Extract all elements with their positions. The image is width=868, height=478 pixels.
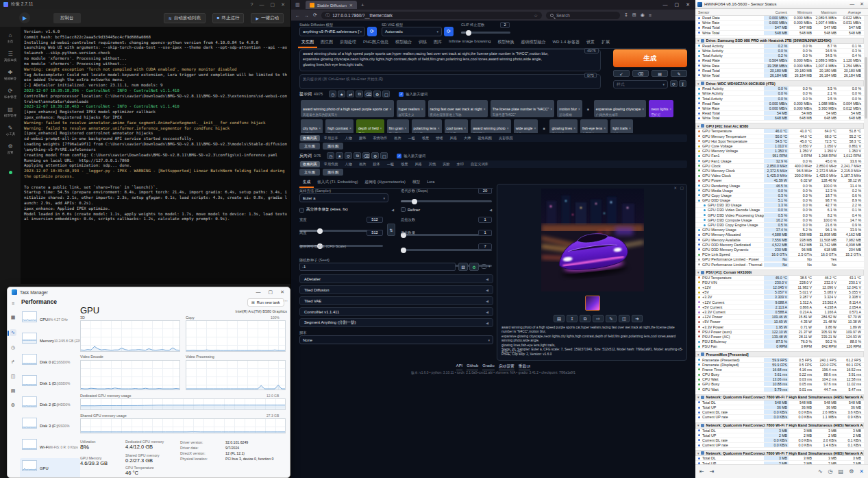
remove-tag-icon[interactable]: × — [629, 126, 631, 130]
remove-tag-icon[interactable]: × — [349, 126, 351, 130]
model-refresh-icon[interactable]: ⟳ — [367, 27, 377, 36]
output-action-button[interactable]: ⧉ — [580, 315, 591, 322]
console-output[interactable]: Version: v1.6.0Commit hash: bcf51acc822c… — [21, 27, 290, 284]
main-tab[interactable]: 图库 — [430, 38, 445, 48]
account-icon[interactable]: ◉ — [641, 12, 645, 18]
settings-tab[interactable]: 嵌入式 (T.I. Embedding) — [314, 178, 361, 188]
sensor-group-header[interactable]: ▾Network: Qualcomm FastConnect 7800 Wi-F… — [695, 422, 864, 429]
sensor-row[interactable]: Total DL3 MB3 MB3 MB3 MB — [695, 456, 864, 461]
remove-tag-icon[interactable]: × — [573, 126, 575, 130]
height-value[interactable]: 512 — [367, 230, 383, 236]
negative-prompt-textarea[interactable]: 反向提示词 (按 Ctrl+Enter 或 Alt+Enter 开始生成) — [299, 74, 601, 89]
sensor-row[interactable]: Current DL rate0.0 KB/s0.0 KB/s2.6 MB/s3… — [695, 410, 864, 415]
tm-rail-icon[interactable]: ▤ — [11, 388, 16, 394]
reuse-seed-icon[interactable]: ♻ — [469, 263, 479, 271]
sensor-row[interactable]: PSU Power (AC)139.48 W28.11 W339.21 W124… — [695, 335, 864, 339]
console-tab[interactable]: 控制台 — [53, 13, 81, 23]
close-icon[interactable]: ✕ — [686, 2, 690, 8]
sensor-row[interactable]: PSU Efficiency87.5 %76.0 %90.2 %88.0 % — [695, 339, 864, 344]
prompt-tag[interactable]: glowing lines×发光线条 — [549, 119, 578, 134]
sensor-row[interactable]: Frame Time16.68 ms4.16 ms196.4 ms16.52 m… — [695, 368, 864, 372]
sensor-row[interactable]: CPU Busy3.61 ms0.22 ms88.6 ms3.91 ms — [695, 372, 864, 377]
sensor-row[interactable]: GPU Memory Available7,556 MB338 MB11,508… — [695, 238, 864, 243]
gpu-video-processing-chart[interactable] — [186, 360, 286, 390]
sensor-row[interactable]: Write Total648 MB648 MB648 MB648 MB — [695, 116, 864, 121]
category-tab[interactable]: 人物 — [343, 135, 355, 141]
sensor-row[interactable]: GPU Clock2,850.0 MHz400.0 MHz2,850.0 MHz… — [695, 164, 864, 169]
sensor-row[interactable]: GPU D3D Memory Dynamic230 MB96 MB618 MB2… — [695, 248, 864, 252]
site-info-icon[interactable]: ⓘ — [325, 12, 330, 19]
category-tab[interactable]: 风格 — [447, 135, 460, 141]
aio-tool-icon[interactable]: ⌫ — [362, 152, 370, 159]
hires-fix-checkbox[interactable] — [299, 208, 304, 213]
tm-resource-card[interactable]: Disk 1 (D:)SSD0% — [20, 373, 80, 394]
category-tab[interactable]: 场景 — [398, 161, 410, 167]
sidebar-nav-item[interactable]: ⌂主页 — [3, 32, 17, 43]
extra-seed-checkbox[interactable] — [482, 264, 486, 269]
prompt-tag[interactable]: depth of field×景深 — [356, 119, 384, 134]
prompt-tag[interactable]: award winning photo×获奖照片 — [471, 119, 511, 134]
sensor-row[interactable]: PSU Power (sum)122.10 W21.37 W305.91 W10… — [695, 330, 864, 335]
category-tab[interactable]: 情绪 — [433, 135, 445, 141]
aio-tool-icon[interactable]: ⧉ — [356, 91, 363, 97]
collapse-triangle-icon[interactable]: ▾ — [697, 124, 699, 128]
footer-link[interactable]: 重载UI — [519, 363, 530, 370]
output-action-button[interactable]: ➔ — [632, 315, 643, 322]
gpu-copy-chart[interactable] — [186, 320, 286, 352]
sensor-row[interactable]: PCIe Link Speed16.0 GT/s2.5 GT/s16.0 GT/… — [695, 252, 864, 257]
search-box[interactable]: Search — [546, 12, 620, 19]
sensor-row[interactable]: GPU D3D Usage5.1 %0.0 %98.7 %8.9 % — [695, 198, 864, 203]
remove-tag-icon[interactable]: × — [319, 126, 321, 130]
batch-size-value[interactable]: 1 — [478, 230, 492, 236]
random-seed-icon[interactable]: ⚄ — [458, 263, 468, 271]
main-tab[interactable]: 图生图 — [317, 38, 336, 48]
tm-rail-icon[interactable]: ◫ — [11, 374, 16, 379]
launcher-action-button[interactable]: ■终止运行 — [212, 13, 245, 23]
sensor-group-header[interactable]: ▾PSU [#1]: Corsair HX1000i — [695, 270, 864, 276]
sensor-row[interactable]: +5V Power10.69 W4.35 W21.48 W10.38 W — [695, 320, 864, 324]
category-tab[interactable]: 常用负面 — [321, 161, 341, 167]
tm-rail-icon[interactable]: ⚙ — [11, 403, 15, 408]
settings-tab[interactable]: 超网络 (Hypernetworks) — [362, 178, 409, 188]
category-tab[interactable]: 自定义词库 — [468, 161, 491, 167]
sensor-row[interactable]: Write Total26,184 MB26,184 MB26,184 MB26… — [695, 73, 864, 78]
extension-accordion[interactable]: Segment Anything (分割一切)◀ — [299, 318, 493, 327]
sensor-row[interactable]: GPU Hot Spot Temperature54.5 °C45.0 °C72… — [695, 139, 864, 144]
tm-resource-card[interactable]: Disk 2 (E:)HDD0% — [20, 394, 80, 415]
main-tab[interactable]: 设置 — [583, 38, 598, 48]
extension-accordion[interactable]: Tiled VAE◀ — [299, 296, 493, 305]
gpu-video-decode-chart[interactable] — [80, 360, 180, 390]
sensor-row[interactable]: Read Activity0.2 %0.0 %8.7 %0.1 % — [695, 44, 864, 49]
prompt-tag[interactable]: award winning photo of a high speed purp… — [301, 100, 394, 117]
main-tab[interactable]: 模型转换 — [494, 38, 517, 48]
sensor-row[interactable]: GPU Memory Usage37.4 %5.2 %96.1 %33.9 % — [695, 228, 864, 232]
prompt-tag[interactable]: expansive glowing cityscape×广阔的发光城市 — [594, 100, 646, 117]
maximize-icon[interactable]: ▢ — [271, 2, 275, 8]
prompt-tag[interactable]: hyper realism×超写实主义 — [397, 100, 425, 117]
aio-tool-icon[interactable]: ⚙ — [373, 91, 381, 97]
main-tab[interactable]: Infinite image browsing — [445, 38, 494, 48]
prompt-tag[interactable]: fish-eye lens×鱼眼镜头 — [580, 119, 608, 134]
aio-tool-icon[interactable]: ★ — [336, 152, 343, 159]
aio-target-button[interactable]: 图生图 — [323, 143, 343, 150]
launcher-action-button[interactable]: ▶一键启动 — [251, 13, 284, 23]
collapse-triangle-icon[interactable]: ▾ — [697, 451, 699, 455]
tm-titlebar[interactable]: Task Manager — ▢ ✕ — [8, 287, 290, 297]
collapse-triangle-icon[interactable]: ▾ — [697, 270, 699, 274]
sensor-row[interactable]: GPU Busy10.88 ms0.05 ms97.6 ms11.02 ms — [695, 382, 864, 387]
extension-accordion[interactable]: ADetailer◀ — [299, 274, 493, 283]
sensor-row[interactable]: Total DL3 MB3 MB3 MB3 MB — [695, 429, 864, 433]
category-tab[interactable]: 视角构图 — [475, 135, 495, 141]
sensor-row[interactable]: GPU Performance Limited - PowerNoNoYes — [695, 257, 864, 262]
dedicated-memory-chart[interactable] — [80, 398, 286, 410]
help-icon[interactable]: ? — [251, 2, 253, 8]
collapse-triangle-icon[interactable]: ▾ — [697, 38, 699, 43]
chevron-left-icon[interactable]: ◀ — [391, 208, 394, 212]
remove-tag-icon[interactable]: × — [380, 126, 382, 130]
sensor-row[interactable]: Total UP2 MB2 MB2 MB2 MB — [695, 433, 864, 438]
swap-dimensions-icon[interactable]: ⇅ — [387, 224, 395, 236]
close-icon[interactable]: ✕ — [280, 289, 284, 295]
sensor-row[interactable]: GPU Memory Voltage1.350 V1.350 V1.350 V1… — [695, 149, 864, 154]
remove-tag-icon[interactable]: × — [438, 126, 440, 130]
sensor-row[interactable]: Read Rate0.000 MB/s0.000 MB/s1.088 MB/s0… — [695, 101, 864, 106]
